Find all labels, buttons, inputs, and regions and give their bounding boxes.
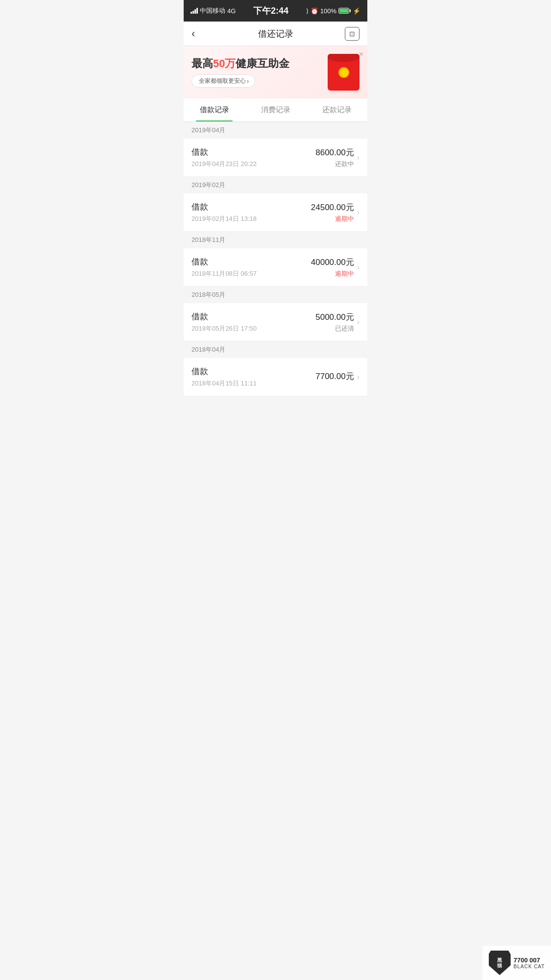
tabs: 借款记录 消费记录 还款记录 xyxy=(184,98,367,122)
record-type: 借款 xyxy=(192,366,257,377)
record-status: 逾期中 xyxy=(311,269,354,278)
banner-title: 最高50万健康互助金 xyxy=(192,57,323,71)
record-right: 8600.00元 还款中 › xyxy=(315,147,359,168)
record-type: 借款 xyxy=(192,311,257,322)
record-amount: 7700.00元 xyxy=(315,371,354,382)
record-amount-block: 5000.00元 已还清 xyxy=(315,311,354,333)
month-header-5: 2018年04月 xyxy=(184,341,367,358)
tab-loans[interactable]: 借款记录 xyxy=(184,98,245,121)
record-amount: 8600.00元 xyxy=(315,147,354,158)
banner: 最高50万健康互助金 全家都领取更安心 › × xyxy=(184,46,367,98)
record-date: 2018年11月08日 06:57 xyxy=(192,269,257,278)
envelope-circle xyxy=(338,67,349,78)
record-amount-block: 24500.00元 逾期中 xyxy=(311,202,354,223)
record-type: 借款 xyxy=(192,256,257,267)
record-amount: 5000.00元 xyxy=(315,311,354,323)
record-status: 还款中 xyxy=(315,160,354,168)
record-arrow-icon: › xyxy=(357,373,359,382)
tab-repayments[interactable]: 还款记录 xyxy=(306,98,367,121)
banner-text: 最高50万健康互助金 全家都领取更安心 › xyxy=(192,57,323,88)
record-date: 2018年04月15日 11:11 xyxy=(192,379,257,388)
record-date: 2019年04月23日 20:22 xyxy=(192,160,257,168)
record-right: 40000.00元 逾期中 › xyxy=(311,257,359,278)
nav-bar: ‹ 借还记录 ⊡ xyxy=(184,22,367,46)
chat-icon: ⊡ xyxy=(349,30,355,38)
record-arrow-icon: › xyxy=(357,208,359,217)
banner-title-highlight: 50万 xyxy=(213,57,236,70)
record-left: 借款 2018年05月26日 17:50 xyxy=(192,311,257,333)
record-item[interactable]: 借款 2018年05月26日 17:50 5000.00元 已还清 › xyxy=(184,303,367,341)
record-type: 借款 xyxy=(192,146,257,158)
record-left: 借款 2018年11月08日 06:57 xyxy=(192,256,257,278)
chat-button[interactable]: ⊡ xyxy=(345,27,359,41)
record-left: 借款 2019年02月14日 13:18 xyxy=(192,201,257,223)
status-left: 中国移动 4G xyxy=(191,6,236,15)
month-header-2: 2019年02月 xyxy=(184,177,367,193)
network-label: 4G xyxy=(227,7,236,15)
battery-percent: 100% xyxy=(320,7,336,15)
signal-icon xyxy=(191,8,198,14)
record-arrow-icon: › xyxy=(357,318,359,327)
month-header-4: 2018年05月 xyxy=(184,287,367,303)
record-date: 2019年02月14日 13:18 xyxy=(192,215,257,223)
record-amount-block: 7700.00元 xyxy=(315,371,354,383)
banner-sub-text: 全家都领取更安心 xyxy=(199,77,246,85)
month-header-3: 2018年11月 xyxy=(184,232,367,248)
location-icon: ⟩ xyxy=(306,7,309,15)
record-item[interactable]: 借款 2019年02月14日 13:18 24500.00元 逾期中 › xyxy=(184,193,367,232)
record-item[interactable]: 借款 2019年04月23日 20:22 8600.00元 还款中 › xyxy=(184,139,367,177)
record-left: 借款 2018年04月15日 11:11 xyxy=(192,366,257,388)
record-amount: 40000.00元 xyxy=(311,257,354,268)
back-button[interactable]: ‹ xyxy=(192,27,206,40)
record-right: 24500.00元 逾期中 › xyxy=(311,202,359,223)
charging-icon: ⚡ xyxy=(353,7,360,15)
status-bar: 中国移动 4G 下午2:44 ⟩ ⏰ 100% ⚡ xyxy=(184,0,367,22)
banner-image xyxy=(328,54,359,91)
record-arrow-icon: › xyxy=(357,263,359,272)
record-item[interactable]: 借款 2018年04月15日 11:11 7700.00元 › xyxy=(184,358,367,396)
status-right: ⟩ ⏰ 100% ⚡ xyxy=(306,7,360,15)
carrier-label: 中国移动 xyxy=(200,6,225,15)
record-amount-block: 40000.00元 逾期中 xyxy=(311,257,354,278)
tab-consumption[interactable]: 消费记录 xyxy=(245,98,306,121)
banner-title-part1: 最高 xyxy=(192,57,213,70)
record-arrow-icon: › xyxy=(357,153,359,162)
battery-icon xyxy=(338,8,351,14)
month-header-1: 2019年04月 xyxy=(184,122,367,139)
alarm-icon: ⏰ xyxy=(311,7,318,15)
record-status: 逾期中 xyxy=(311,215,354,223)
banner-sub-button[interactable]: 全家都领取更安心 › xyxy=(192,74,255,88)
record-status: 已还清 xyxy=(315,324,354,333)
banner-sub-arrow: › xyxy=(247,78,249,85)
page-title: 借还记录 xyxy=(258,28,293,40)
banner-close-button[interactable]: × xyxy=(359,50,363,59)
banner-title-part2: 健康互助金 xyxy=(236,57,289,70)
record-amount-block: 8600.00元 还款中 xyxy=(315,147,354,168)
record-right: 5000.00元 已还清 › xyxy=(315,311,359,333)
record-right: 7700.00元 › xyxy=(315,371,359,383)
status-time: 下午2:44 xyxy=(253,5,288,17)
record-left: 借款 2019年04月23日 20:22 xyxy=(192,146,257,168)
record-type: 借款 xyxy=(192,201,257,213)
record-amount: 24500.00元 xyxy=(311,202,354,213)
record-item[interactable]: 借款 2018年11月08日 06:57 40000.00元 逾期中 › xyxy=(184,248,367,287)
record-date: 2018年05月26日 17:50 xyxy=(192,324,257,333)
